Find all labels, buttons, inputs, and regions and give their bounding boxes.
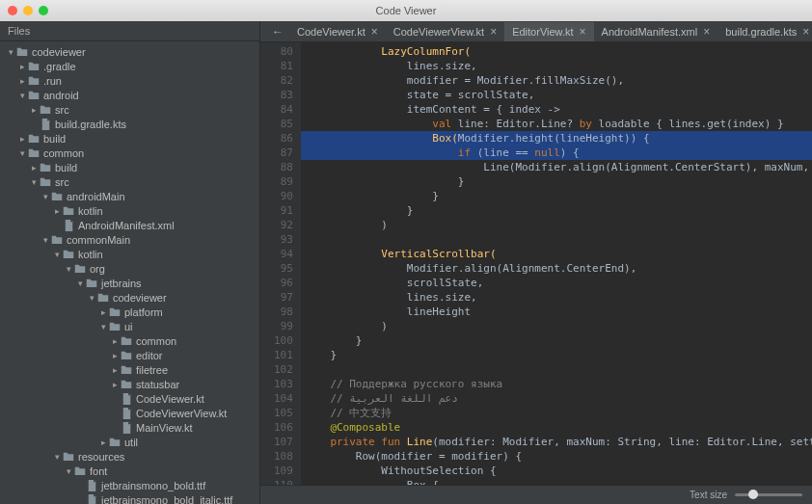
code-line[interactable]: @Composable bbox=[301, 420, 812, 435]
chevron-down-icon[interactable]: ▾ bbox=[17, 91, 27, 100]
code-line[interactable]: VerticalScrollbar( bbox=[301, 247, 812, 261]
chevron-down-icon[interactable]: ▾ bbox=[87, 293, 96, 303]
code-line[interactable]: ) bbox=[301, 319, 812, 333]
chevron-down-icon[interactable]: ▾ bbox=[52, 250, 62, 259]
code-line[interactable]: Modifier.align(Alignment.CenterEnd), bbox=[301, 261, 812, 276]
tab-codeviewer-kt[interactable]: CodeViewer.kt× bbox=[289, 22, 386, 41]
tree-item-androidmanifest-xml[interactable]: AndroidManifest.xml bbox=[0, 218, 259, 232]
tree-item-build[interactable]: ▸build bbox=[0, 160, 259, 174]
chevron-down-icon[interactable]: ▾ bbox=[29, 177, 39, 187]
code-line[interactable]: state = scrollState, bbox=[301, 88, 812, 102]
code-line[interactable]: // 中文支持 bbox=[301, 406, 812, 420]
tree-item-resources[interactable]: ▾resources bbox=[0, 449, 259, 464]
tree-item-common[interactable]: ▸common bbox=[0, 333, 259, 348]
tab-build-gradle-kts[interactable]: build.gradle.kts× bbox=[717, 22, 812, 41]
chevron-right-icon[interactable]: ▸ bbox=[98, 307, 108, 317]
chevron-right-icon[interactable]: ▸ bbox=[110, 351, 120, 360]
close-icon[interactable]: × bbox=[703, 25, 710, 39]
tree-item--run[interactable]: ▸.run bbox=[0, 73, 259, 88]
tree-item-codeviewer[interactable]: ▾codeviewer bbox=[0, 44, 259, 59]
code-line[interactable]: itemContent = { index -> bbox=[301, 102, 812, 117]
tab-editorview-kt[interactable]: EditorView.kt× bbox=[504, 22, 593, 41]
tree-item-build[interactable]: ▸build bbox=[0, 131, 259, 146]
chevron-down-icon[interactable]: ▾ bbox=[52, 452, 62, 462]
chevron-right-icon[interactable]: ▸ bbox=[110, 336, 120, 346]
code-line[interactable]: lineHeight bbox=[301, 305, 812, 319]
chevron-right-icon[interactable]: ▸ bbox=[110, 380, 120, 389]
tree-item-codeviewer[interactable]: ▾codeviewer bbox=[0, 290, 259, 305]
tree-item-ui[interactable]: ▾ui bbox=[0, 319, 259, 333]
tree-item-common[interactable]: ▾common bbox=[0, 146, 259, 160]
chevron-down-icon[interactable]: ▾ bbox=[41, 192, 50, 201]
tree-item-filetree[interactable]: ▸filetree bbox=[0, 362, 259, 377]
code-line[interactable]: } bbox=[301, 333, 812, 348]
code-line[interactable]: } bbox=[301, 203, 812, 218]
tree-item--gradle[interactable]: ▸.gradle bbox=[0, 59, 259, 73]
tree-item-build-gradle-kts[interactable]: build.gradle.kts bbox=[0, 117, 259, 131]
chevron-down-icon[interactable]: ▾ bbox=[6, 47, 15, 57]
code-line[interactable]: val line: Editor.Line? by loadable { lin… bbox=[301, 117, 812, 131]
chevron-down-icon[interactable]: ▾ bbox=[98, 322, 108, 332]
code-line[interactable]: WithoutSelection { bbox=[301, 464, 812, 478]
code-line[interactable]: private fun Line(modifier: Modifier, max… bbox=[301, 435, 812, 449]
code-line[interactable]: lines.size, bbox=[301, 290, 812, 305]
code-line[interactable]: LazyColumnFor( bbox=[301, 44, 812, 59]
chevron-down-icon[interactable]: ▾ bbox=[75, 279, 85, 288]
file-tree[interactable]: ▾codeviewer▸.gradle▸.run▾android▸srcbuil… bbox=[0, 41, 259, 504]
tree-item-font[interactable]: ▾font bbox=[0, 464, 259, 478]
code-line[interactable] bbox=[301, 232, 812, 247]
chevron-right-icon[interactable]: ▸ bbox=[17, 134, 27, 144]
tree-item-android[interactable]: ▾android bbox=[0, 88, 259, 102]
tree-item-jetbrainsmono-bold-italic-ttf[interactable]: jetbrainsmono_bold_italic.ttf bbox=[0, 492, 259, 504]
code-line[interactable]: Box { bbox=[301, 478, 812, 485]
tree-item-statusbar[interactable]: ▸statusbar bbox=[0, 377, 259, 391]
chevron-right-icon[interactable]: ▸ bbox=[17, 76, 27, 86]
tab-androidmanifest-xml[interactable]: AndroidManifest.xml× bbox=[594, 22, 718, 41]
tree-item-editor[interactable]: ▸editor bbox=[0, 348, 259, 362]
tree-item-src[interactable]: ▾src bbox=[0, 174, 259, 189]
close-icon[interactable]: × bbox=[371, 25, 378, 39]
code-line[interactable]: } bbox=[301, 189, 812, 203]
tree-item-src[interactable]: ▸src bbox=[0, 102, 259, 117]
tree-item-codeviewer-kt[interactable]: CodeViewer.kt bbox=[0, 391, 259, 406]
close-icon[interactable]: × bbox=[580, 25, 586, 39]
close-icon[interactable]: × bbox=[490, 25, 497, 39]
code-line[interactable]: modifier = Modifier.fillMaxSize(), bbox=[301, 73, 812, 88]
close-icon[interactable]: × bbox=[802, 25, 809, 39]
code-line[interactable]: if (line == null) { bbox=[301, 146, 812, 160]
tree-item-androidmain[interactable]: ▾androidMain bbox=[0, 189, 259, 203]
code-line[interactable]: ) bbox=[301, 218, 812, 232]
chevron-right-icon[interactable]: ▸ bbox=[98, 438, 108, 447]
tree-item-mainview-kt[interactable]: MainView.kt bbox=[0, 420, 259, 435]
tree-item-kotlin[interactable]: ▸kotlin bbox=[0, 203, 259, 218]
code-line[interactable]: scrollState, bbox=[301, 276, 812, 290]
chevron-right-icon[interactable]: ▸ bbox=[29, 163, 39, 172]
chevron-right-icon[interactable]: ▸ bbox=[29, 105, 39, 115]
code-line[interactable]: } bbox=[301, 174, 812, 189]
code-line[interactable]: // Поддержка русского языка bbox=[301, 377, 812, 391]
chevron-down-icon[interactable]: ▾ bbox=[41, 235, 50, 245]
tree-item-commonmain[interactable]: ▾commonMain bbox=[0, 232, 259, 247]
tree-item-util[interactable]: ▸util bbox=[0, 435, 259, 449]
code-line[interactable] bbox=[301, 362, 812, 377]
chevron-down-icon[interactable]: ▾ bbox=[17, 148, 27, 158]
code-line[interactable]: } bbox=[301, 348, 812, 362]
tree-item-org[interactable]: ▾org bbox=[0, 261, 259, 276]
text-size-slider[interactable] bbox=[735, 493, 802, 496]
tree-item-platform[interactable]: ▸platform bbox=[0, 305, 259, 319]
chevron-right-icon[interactable]: ▸ bbox=[52, 206, 62, 216]
chevron-down-icon[interactable]: ▾ bbox=[64, 466, 73, 476]
code-line[interactable]: // دعم اللغة العربية bbox=[301, 391, 812, 406]
tree-item-kotlin[interactable]: ▾kotlin bbox=[0, 247, 259, 261]
code-content[interactable]: LazyColumnFor( lines.size, modifier = Mo… bbox=[301, 42, 812, 485]
code-line[interactable]: Row(modifier = modifier) { bbox=[301, 449, 812, 464]
tree-item-jetbrainsmono-bold-ttf[interactable]: jetbrainsmono_bold.ttf bbox=[0, 478, 259, 492]
slider-thumb[interactable] bbox=[748, 490, 758, 499]
chevron-right-icon[interactable]: ▸ bbox=[17, 62, 27, 71]
back-button[interactable]: ← bbox=[266, 25, 289, 39]
tree-item-codeviewerview-kt[interactable]: CodeViewerView.kt bbox=[0, 406, 259, 420]
chevron-right-icon[interactable]: ▸ bbox=[110, 365, 120, 375]
code-scroll[interactable]: 8081828384858687888990919293949596979899… bbox=[260, 42, 812, 485]
code-line[interactable]: lines.size, bbox=[301, 59, 812, 73]
tab-codeviewerview-kt[interactable]: CodeViewerView.kt× bbox=[386, 22, 504, 41]
